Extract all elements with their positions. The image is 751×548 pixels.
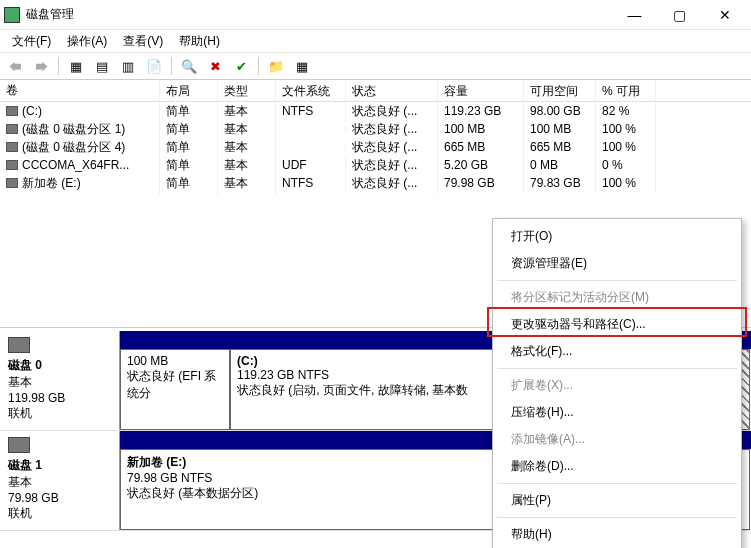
disk-info: 磁盘 1基本79.98 GB联机 [0,431,120,530]
volume-free: 0 MB [524,155,596,175]
context-menu-item: 扩展卷(X)... [495,372,739,399]
docs-button[interactable]: ▦ [291,55,313,77]
volume-icon [6,106,18,116]
disk-icon [8,437,30,453]
back-button[interactable]: 🡄 [4,55,26,77]
volume-fs: UDF [276,155,346,175]
volume-fs [276,144,346,150]
context-menu-item: 添加镜像(A)... [495,426,739,453]
app-icon [4,7,20,23]
menu-action[interactable]: 操作(A) [59,31,115,52]
col-capacity[interactable]: 容量 [438,80,524,101]
volume-capacity: 5.20 GB [438,155,524,175]
context-menu-item[interactable]: 资源管理器(E) [495,250,739,277]
col-free[interactable]: 可用空间 [524,80,596,101]
disk-info: 磁盘 0基本119.98 GB联机 [0,331,120,430]
volume-name: (磁盘 0 磁盘分区 4) [22,139,125,156]
toolbar-separator [171,57,172,75]
disk-type: 基本 [8,474,111,491]
volume-pct: 100 % [596,119,656,139]
context-separator [497,280,737,281]
apply-button[interactable]: ✔ [230,55,252,77]
volume-pct: 100 % [596,173,656,193]
partition-name: (C:) [237,354,503,368]
context-menu-item[interactable]: 属性(P) [495,487,739,514]
disk-size: 79.98 GB [8,491,111,505]
partition-status: 状态良好 (启动, 页面文件, 故障转储, 基本数 [237,382,503,399]
context-separator [497,368,737,369]
volume-pct: 0 % [596,155,656,175]
col-volume[interactable]: 卷 [0,80,160,101]
find-button[interactable]: 🔍 [178,55,200,77]
col-status[interactable]: 状态 [346,80,438,101]
volume-capacity: 100 MB [438,119,524,139]
volume-pct: 82 % [596,101,656,121]
volume-capacity: 665 MB [438,137,524,157]
context-menu-item[interactable]: 打开(O) [495,223,739,250]
volume-free: 98.00 GB [524,101,596,121]
context-menu-item[interactable]: 压缩卷(H)... [495,399,739,426]
volume-fs [276,126,346,132]
volume-free: 79.83 GB [524,173,596,193]
partition-status: 状态良好 (EFI 系统分 [127,368,223,402]
col-pct[interactable]: % 可用 [596,80,656,101]
volume-layout: 简单 [160,172,218,195]
volume-capacity: 79.98 GB [438,173,524,193]
volume-fs: NTFS [276,173,346,193]
context-menu: 打开(O)资源管理器(E)将分区标记为活动分区(M)更改驱动器号和路径(C)..… [492,218,742,548]
volume-free: 100 MB [524,119,596,139]
disk-size: 119.98 GB [8,391,111,405]
window-title: 磁盘管理 [26,6,612,23]
maximize-button[interactable]: ▢ [657,1,702,29]
volume-icon [6,124,18,134]
volume-type: 基本 [218,172,276,195]
context-separator [497,483,737,484]
menubar: 文件(F) 操作(A) 查看(V) 帮助(H) [0,30,751,52]
volume-icon [6,142,18,152]
volume-status: 状态良好 (... [346,172,438,195]
disk-type: 基本 [8,374,111,391]
volume-icon [6,160,18,170]
context-menu-item[interactable]: 帮助(H) [495,521,739,548]
view-button-1[interactable]: ▦ [65,55,87,77]
disk-icon [8,337,30,353]
titlebar: 磁盘管理 — ▢ ✕ [0,0,751,30]
context-menu-item[interactable]: 删除卷(D)... [495,453,739,480]
forward-button[interactable]: 🡆 [30,55,52,77]
context-menu-item: 将分区标记为活动分区(M) [495,284,739,311]
menu-view[interactable]: 查看(V) [115,31,171,52]
col-filesystem[interactable]: 文件系统 [276,80,346,101]
toolbar: 🡄 🡆 ▦ ▤ ▥ 📄 🔍 ✖ ✔ 📁 ▦ [0,52,751,80]
toolbar-separator [58,57,59,75]
context-menu-item[interactable]: 格式化(F)... [495,338,739,365]
context-menu-item[interactable]: 更改驱动器号和路径(C)... [495,311,739,338]
view-button-4[interactable]: 📄 [143,55,165,77]
disk-name: 磁盘 1 [8,457,111,474]
volume-pct: 100 % [596,137,656,157]
volume-row[interactable]: 新加卷 (E:)简单基本NTFS状态良好 (...79.98 GB79.83 G… [0,174,751,192]
toolbar-separator [258,57,259,75]
volume-free: 665 MB [524,137,596,157]
disk-state: 联机 [8,405,111,422]
volume-fs: NTFS [276,101,346,121]
partition[interactable]: (C:)119.23 GB NTFS状态良好 (启动, 页面文件, 故障转储, … [230,349,510,430]
menu-help[interactable]: 帮助(H) [171,31,228,52]
col-layout[interactable]: 布局 [160,80,218,101]
minimize-button[interactable]: — [612,1,657,29]
volume-icon [6,178,18,188]
close-button[interactable]: ✕ [702,1,747,29]
volume-name: (C:) [22,104,42,118]
volume-capacity: 119.23 GB [438,101,524,121]
context-separator [497,517,737,518]
partition[interactable]: 100 MB状态良好 (EFI 系统分 [120,349,230,430]
view-button-3[interactable]: ▥ [117,55,139,77]
volume-name: 新加卷 (E:) [22,175,81,192]
menu-file[interactable]: 文件(F) [4,31,59,52]
partition-size: 100 MB [127,354,223,368]
delete-button[interactable]: ✖ [204,55,226,77]
partition-size: 119.23 GB NTFS [237,368,503,382]
view-button-2[interactable]: ▤ [91,55,113,77]
folder-button[interactable]: 📁 [265,55,287,77]
disk-state: 联机 [8,505,111,522]
col-type[interactable]: 类型 [218,80,276,101]
